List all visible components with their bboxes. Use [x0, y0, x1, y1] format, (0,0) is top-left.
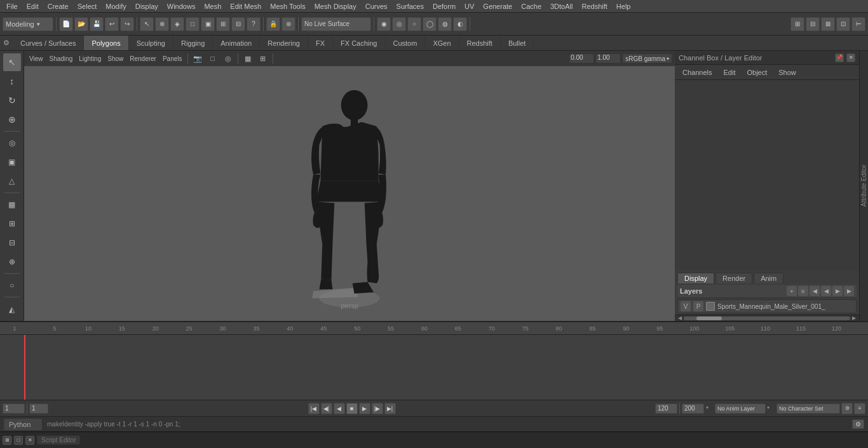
play-back-btn[interactable]: ◀	[334, 403, 345, 414]
tab-display[interactable]: Display	[677, 273, 714, 283]
channel-box-pin[interactable]: 📌	[835, 53, 844, 62]
render5[interactable]: ◍	[438, 17, 452, 31]
vp-zero-field[interactable]: 0.00	[569, 53, 594, 64]
tab-fx-caching[interactable]: FX Caching	[333, 36, 385, 50]
menu-file[interactable]: File	[3, 2, 22, 11]
nav-edit[interactable]: Edit	[718, 68, 740, 77]
range-end-field[interactable]	[655, 404, 677, 414]
winbar-icon[interactable]: ⊞	[3, 436, 11, 445]
history-btn[interactable]: ○	[3, 276, 21, 294]
channel-box-close[interactable]: ✕	[846, 53, 855, 62]
lasso-tool[interactable]: ⊕	[155, 17, 169, 31]
right-btn1[interactable]: ⊞	[790, 17, 804, 31]
layers-arrow3[interactable]: ▶	[832, 286, 843, 296]
layers-arrow4[interactable]: ▶	[844, 286, 854, 296]
snap-to-curve-btn[interactable]: ⊞	[3, 215, 21, 233]
menu-surfaces[interactable]: Surfaces	[393, 2, 428, 11]
menu-generate[interactable]: Generate	[479, 2, 516, 11]
nav-object[interactable]: Object	[742, 68, 772, 77]
right-btn5[interactable]: ⊢	[851, 17, 865, 31]
right-btn4[interactable]: ⊡	[836, 17, 850, 31]
vp-icon-wire[interactable]: □	[206, 51, 220, 65]
transform3[interactable]: ⊞	[216, 17, 230, 31]
vp-icon-grid[interactable]: ▦	[241, 51, 255, 65]
select-tool[interactable]: ↖	[140, 17, 154, 31]
vp-view-menu[interactable]: View	[27, 55, 46, 63]
render2[interactable]: ◎	[392, 17, 406, 31]
snap-to-grid-btn[interactable]: ▦	[3, 196, 21, 214]
render1[interactable]: ◉	[377, 17, 391, 31]
menu-windows[interactable]: Windows	[163, 2, 200, 11]
menu-3dtoll[interactable]: 3DtoAll	[546, 2, 576, 11]
tab-custom[interactable]: Custom	[386, 36, 426, 50]
tab-xgen[interactable]: XGen	[425, 36, 459, 50]
scale-tool-btn[interactable]: ⊕	[3, 111, 21, 128]
layer-visibility-btn[interactable]: V	[681, 301, 691, 311]
layers-new-btn[interactable]: +	[787, 286, 797, 296]
vp-panels-menu[interactable]: Panels	[160, 55, 185, 63]
nav-channels[interactable]: Channels	[677, 68, 717, 77]
vp-icon-hud[interactable]: ⊞	[256, 51, 270, 65]
render4[interactable]: ◯	[423, 17, 437, 31]
snap2[interactable]: ⊛	[281, 17, 295, 31]
winbar-close[interactable]: ✕	[25, 436, 34, 445]
layers-arrow1[interactable]: ◀	[810, 286, 820, 296]
tab-redshift[interactable]: Redshift	[459, 36, 501, 50]
paint-skin-btn[interactable]: ◭	[3, 301, 21, 318]
menu-curves[interactable]: Curves	[362, 2, 391, 11]
rotate-tool-btn[interactable]: ↻	[3, 92, 21, 109]
attribute-editor-tab[interactable]: Attribute Editor	[859, 51, 868, 321]
move-tool-btn[interactable]: ↕	[3, 72, 21, 90]
anim-layer-arrow[interactable]: ▾	[706, 405, 714, 412]
current-frame-field[interactable]	[3, 404, 25, 414]
open-btn[interactable]: 📂	[74, 17, 88, 31]
vp-icon-smooth[interactable]: ◎	[221, 51, 235, 65]
snap-to-view-btn[interactable]: ⊕	[3, 253, 21, 271]
tab-fx[interactable]: FX	[308, 36, 333, 50]
undo-btn[interactable]: ↩	[105, 17, 119, 31]
vp-one-field[interactable]: 1.00	[595, 53, 621, 64]
snap-to-point-btn[interactable]: ⊟	[3, 234, 21, 252]
tab-curves-surfaces[interactable]: Curves / Surfaces	[13, 36, 84, 50]
right-btn3[interactable]: ⊠	[821, 17, 835, 31]
layer-playback-btn[interactable]: P	[693, 301, 703, 311]
scroll-right-btn[interactable]: ▶	[850, 315, 858, 322]
mannequin-viewport[interactable]	[24, 70, 675, 321]
menu-edit[interactable]: Edit	[23, 2, 43, 11]
tab-animation[interactable]: Animation	[213, 36, 260, 50]
next-frame-btn[interactable]: |▶	[372, 403, 383, 414]
anim-layer-field[interactable]: No Anim Layer	[715, 404, 766, 414]
character-set-field[interactable]: No Character Set	[776, 404, 840, 414]
universal-tool-btn[interactable]: ◎	[3, 134, 21, 152]
tab-rigging[interactable]: Rigging	[173, 36, 213, 50]
char-set-btn1[interactable]: ⚙	[841, 403, 853, 414]
right-btn2[interactable]: ⊟	[806, 17, 820, 31]
tab-sculpting[interactable]: Sculpting	[129, 36, 173, 50]
menu-create[interactable]: Create	[44, 2, 72, 11]
menu-uv[interactable]: UV	[461, 2, 478, 11]
timeline-tracks[interactable]	[0, 335, 868, 400]
vp-show-menu[interactable]: Show	[105, 55, 126, 63]
transform2[interactable]: ▣	[201, 17, 215, 31]
menu-display[interactable]: Display	[132, 2, 162, 11]
snap-btn[interactable]: 🔒	[266, 17, 280, 31]
tab-anim[interactable]: Anim	[754, 273, 783, 283]
transform1[interactable]: □	[186, 17, 200, 31]
vp-colorspace-dropdown[interactable]: sRGB gamma ▾	[622, 53, 672, 64]
layers-options-btn[interactable]: ≡	[798, 286, 808, 296]
mode-dropdown[interactable]: Modeling ▾	[3, 17, 53, 31]
scroll-left-btn[interactable]: ◀	[676, 315, 684, 322]
menu-mesh-display[interactable]: Mesh Display	[311, 2, 360, 11]
transform5[interactable]: ?	[247, 17, 261, 31]
prev-frame-btn[interactable]: ◀|	[321, 403, 332, 414]
range-start-field[interactable]	[29, 404, 48, 414]
layer-color-swatch[interactable]	[706, 302, 715, 311]
menu-deform[interactable]: Deform	[429, 2, 459, 11]
menu-select[interactable]: Select	[74, 2, 101, 11]
menu-modify[interactable]: Modify	[102, 2, 130, 11]
winbar-minimize[interactable]: □	[14, 436, 23, 445]
scrollbar-track[interactable]	[684, 316, 850, 320]
vp-shading-menu[interactable]: Shading	[47, 55, 76, 63]
vp-icon-camera[interactable]: 📷	[191, 51, 205, 65]
tab-render[interactable]: Render	[715, 273, 752, 283]
